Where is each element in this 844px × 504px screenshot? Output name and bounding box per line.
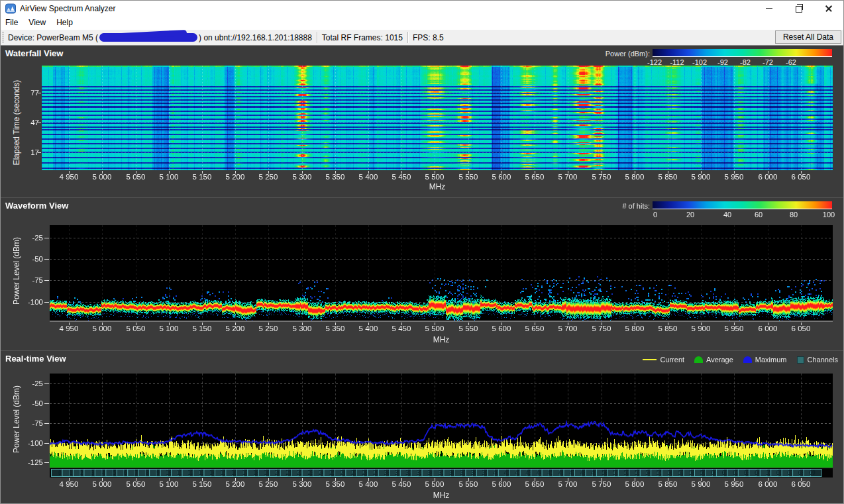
menu-file[interactable]: File	[1, 17, 23, 29]
menu-help[interactable]: Help	[51, 17, 78, 29]
x-axis-tick-label: 6 000	[759, 325, 778, 332]
x-axis-tick	[535, 171, 535, 174]
x-axis-tick	[102, 323, 103, 325]
x-axis-tick-label: 4 950	[60, 325, 79, 332]
y-axis-tick	[38, 123, 41, 123]
realtime-panel: Real-time View Current Average Maximum C…	[1, 350, 843, 504]
legend-maximum-label: Maximum	[755, 356, 787, 364]
x-axis-tick-label: 5 100	[160, 325, 179, 332]
toolbar-grip-handle[interactable]	[2, 32, 4, 43]
menu-view[interactable]: View	[23, 17, 51, 29]
x-axis-tick	[202, 171, 203, 174]
x-axis-tick	[734, 323, 735, 325]
reset-all-data-button[interactable]: Reset All Data	[775, 30, 841, 44]
x-axis-tick-label: 5 100	[160, 480, 179, 488]
y-axis-tick	[44, 383, 49, 384]
x-axis-tick	[801, 323, 802, 325]
x-axis-tick	[701, 171, 702, 174]
x-axis-tick	[235, 171, 236, 174]
x-axis-tick	[368, 323, 369, 325]
x-axis-tick	[701, 478, 702, 481]
x-axis-tick-label: 5 500	[425, 480, 445, 488]
x-axis-tick	[768, 171, 768, 174]
x-axis-tick	[302, 323, 303, 325]
toolbar-separator	[407, 32, 408, 43]
x-axis-tick	[368, 171, 369, 174]
x-axis-tick	[668, 323, 668, 325]
x-axis-tick	[768, 478, 768, 481]
redaction-scribble	[99, 33, 197, 42]
x-axis-tick-label: 5 000	[93, 325, 112, 332]
y-axis-tick	[38, 152, 41, 153]
x-axis-tick	[235, 478, 236, 481]
x-axis-tick	[202, 323, 203, 325]
x-axis-tick	[568, 171, 568, 174]
waterfall-panel: Waterfall View Power (dBm): -122-112-102…	[1, 46, 843, 197]
x-axis-tick-label: 5 050	[127, 480, 146, 488]
x-axis-tick-label: 5 250	[259, 325, 278, 332]
menu-bar: File View Help	[1, 16, 843, 30]
x-axis-tick-label: 5 450	[392, 325, 411, 332]
y-axis-tick	[44, 238, 49, 238]
x-axis-tick-label: 5 400	[359, 173, 378, 181]
close-button[interactable]	[814, 1, 843, 16]
x-axis-tick-label: 5 600	[492, 173, 511, 181]
x-axis-tick	[468, 323, 469, 325]
x-axis-tick-label: 5 650	[525, 325, 545, 332]
hits-colorbar-label: # of hits:	[584, 202, 650, 210]
x-axis-tick	[235, 323, 236, 325]
x-axis-tick	[169, 478, 170, 481]
x-axis-tick-label: 6 050	[792, 480, 811, 488]
x-axis-tick-label: 5 850	[659, 325, 678, 332]
y-axis-tick	[44, 403, 49, 404]
x-axis-tick	[136, 478, 136, 481]
x-axis-tick-label: 5 300	[293, 480, 312, 488]
x-axis-tick-label: 5 400	[359, 480, 378, 488]
x-axis-tick	[535, 478, 535, 481]
x-axis-tick-label: 5 700	[558, 480, 578, 488]
x-axis-tick	[136, 171, 136, 174]
x-axis-tick	[635, 478, 635, 481]
x-axis-tick-label: 5 350	[326, 173, 345, 181]
x-axis-tick	[501, 323, 502, 325]
minimize-button[interactable]	[754, 1, 784, 16]
x-axis-tick-label: 5 450	[392, 173, 411, 181]
x-axis-tick	[268, 171, 269, 174]
main-content: Waterfall View Power (dBm): -122-112-102…	[1, 46, 843, 504]
x-axis-tick-label: 5 900	[692, 173, 711, 181]
x-axis-tick-label: 5 750	[592, 480, 611, 488]
colorbar-tick-label: 80	[790, 211, 798, 219]
x-axis-tick-label: 5 050	[127, 325, 146, 332]
x-axis-tick	[635, 171, 635, 174]
x-axis-tick-label: 5 500	[425, 325, 445, 332]
x-axis-tick	[701, 323, 702, 325]
realtime-y-axis-label: Power Level (dBm)	[12, 376, 21, 462]
x-axis-tick	[69, 171, 70, 174]
x-axis-tick-label: 5 100	[160, 173, 179, 181]
x-axis-tick	[602, 171, 602, 174]
x-axis-tick	[136, 323, 136, 325]
waveform-title: Waveform View	[5, 201, 68, 211]
x-axis-tick-label: 5 550	[459, 325, 478, 332]
x-axis-tick	[302, 478, 303, 481]
realtime-title: Real-time View	[5, 354, 66, 364]
x-axis-tick-label: 5 300	[293, 325, 312, 332]
legend-current: Current	[643, 356, 684, 364]
restore-button[interactable]	[784, 1, 814, 16]
x-axis-tick-label: 5 200	[226, 325, 245, 332]
x-axis-tick	[202, 478, 203, 481]
legend-current-label: Current	[660, 356, 684, 364]
x-axis-tick-label: 5 150	[193, 325, 212, 332]
waterfall-x-axis-unit: MHz	[429, 182, 446, 191]
x-axis-tick	[169, 171, 170, 174]
x-axis-tick	[602, 323, 602, 325]
colorbar-tick-label: 40	[723, 211, 731, 219]
x-axis-tick-label: 5 600	[492, 325, 511, 332]
x-axis-tick-label: 5 200	[226, 480, 245, 488]
x-axis-tick-label: 6 050	[792, 325, 811, 332]
x-axis-tick	[302, 171, 303, 174]
x-axis-tick	[535, 323, 535, 325]
x-axis-tick-label: 5 600	[492, 480, 511, 488]
x-axis-tick	[335, 323, 336, 325]
colorbar-tick-label: 0	[653, 211, 657, 219]
